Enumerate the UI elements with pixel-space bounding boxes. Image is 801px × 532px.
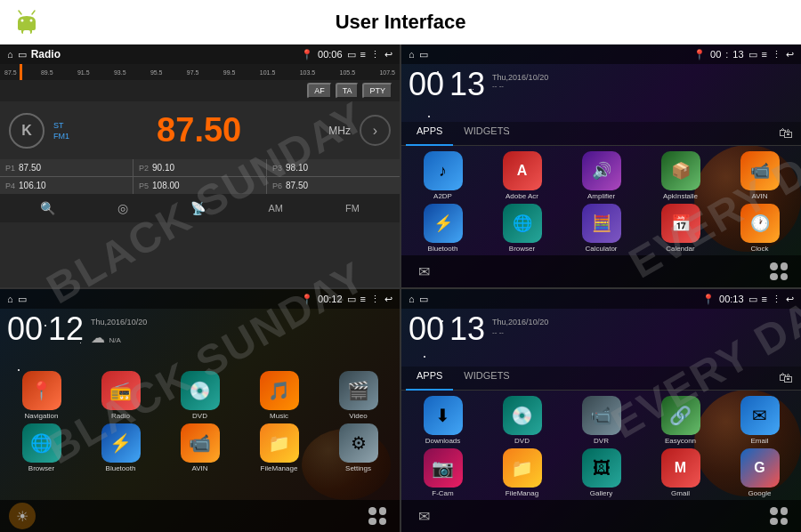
app-calculator[interactable]: 🧮 Calculator	[563, 204, 639, 253]
adobe-symbol: A	[517, 163, 528, 179]
screen-icon: ▭	[18, 294, 27, 305]
nav-apps-icon-bottom[interactable]	[765, 503, 792, 529]
app-a2dp[interactable]: ♪ A2DP	[405, 151, 481, 200]
tab-apps-top[interactable]: APPS	[406, 122, 453, 145]
fcam-symbol: 📷	[432, 457, 454, 479]
app-adobe[interactable]: A Adobe Acr	[484, 151, 560, 200]
radio-next-button[interactable]: ›	[360, 115, 391, 146]
app-apk[interactable]: 📦 ApkInstalle	[643, 151, 718, 200]
home-icon[interactable]: ⌂	[7, 49, 13, 60]
app-navigation[interactable]: 📍 Navigation	[4, 371, 79, 420]
browser-icon: 🌐	[503, 204, 542, 243]
tab-widgets-bottom[interactable]: WIDGETS	[453, 367, 520, 390]
dvd-symbol: 💿	[189, 380, 211, 401]
dot3	[770, 518, 778, 526]
dvr-icon: 📹	[582, 396, 621, 435]
app-radio-home[interactable]: 📻 Radio	[83, 371, 158, 420]
app-filemanager[interactable]: 📁 FileManage	[241, 423, 317, 472]
dvd-bottom-label: DVD	[514, 437, 530, 445]
bottom-nav-home: ☀	[0, 500, 400, 532]
pty-button[interactable]: PTY	[362, 83, 392, 99]
antenna-button[interactable]: 📡	[183, 199, 213, 217]
ta-button[interactable]: TA	[336, 83, 360, 99]
dot1	[770, 507, 778, 515]
app-bluetooth[interactable]: ⚡ Bluetooth	[405, 204, 481, 253]
app-avin-home[interactable]: 📹 AVIN	[162, 423, 238, 472]
home-icon[interactable]: ⌂	[409, 49, 415, 60]
menu-icon[interactable]: ⋮	[370, 49, 380, 60]
app-browser-home[interactable]: 🌐 Browser	[4, 423, 79, 472]
app-dvr[interactable]: 📹 DVR	[563, 396, 639, 445]
page-title: User Interface	[336, 11, 466, 34]
home-icon[interactable]: ⌂	[7, 294, 13, 304]
bottom-nav-top-right: ✉	[401, 255, 801, 287]
app-easyconn[interactable]: 🔗 Easyconn	[643, 396, 718, 445]
browser-home-label: Browser	[28, 464, 54, 472]
preset-p1[interactable]: P1 87.50	[0, 159, 133, 176]
music-label: Music	[270, 412, 288, 420]
browser-home-icon: 🌐	[22, 423, 61, 463]
clock-area-top: 00 13 Thu,2016/10/20 -- --	[401, 64, 801, 122]
bottom-date-area: Thu,2016/10/20 -- --	[492, 313, 548, 341]
menu-icon[interactable]: ⋮	[772, 294, 781, 305]
tab-widgets-top[interactable]: WIDGETS	[453, 122, 520, 145]
home-sun-icon[interactable]: ☀	[9, 503, 36, 529]
home-dots	[368, 507, 386, 525]
app-amplifier[interactable]: 🔊 Amplifier	[563, 151, 639, 200]
store-icon-bottom[interactable]: 🛍	[775, 367, 797, 390]
app-dvd-home[interactable]: 💿 DVD	[162, 371, 238, 420]
af-button[interactable]: AF	[307, 83, 332, 99]
app-downloads[interactable]: ⬇ Downloads	[405, 396, 481, 445]
back-icon[interactable]: ↩	[384, 294, 392, 305]
app-music[interactable]: 🎵 Music	[241, 371, 317, 420]
menu-icon[interactable]: ⋮	[370, 294, 380, 305]
navigation-symbol: 📍	[30, 380, 53, 401]
app-gmail[interactable]: M Gmail	[643, 448, 718, 497]
music-symbol: 🎵	[268, 380, 290, 401]
radio-k-button[interactable]: K	[9, 113, 44, 149]
nav-message-icon[interactable]: ✉	[410, 258, 437, 285]
preset-p6[interactable]: P6 87.50	[267, 177, 400, 194]
app-avin[interactable]: 📹 AVIN	[722, 151, 797, 200]
weather-na: -- --	[492, 82, 548, 90]
menu-icon[interactable]: ⋮	[772, 49, 781, 60]
app-filemanag[interactable]: 📁 FileManag	[484, 448, 560, 497]
app-clock[interactable]: 🕐 Clock	[722, 204, 797, 253]
back-icon[interactable]: ↩	[786, 294, 794, 305]
fm-button[interactable]: FM	[338, 201, 367, 215]
nav-apps-icon[interactable]	[765, 258, 792, 285]
screen-icon: ▭	[419, 294, 428, 305]
search-button[interactable]: 🔍	[33, 199, 62, 217]
back-icon[interactable]: ↩	[384, 49, 392, 60]
dvd-home-icon: 💿	[181, 371, 220, 410]
preset-p4[interactable]: P4 106.10	[0, 177, 133, 194]
preset-p3[interactable]: P3 98.10	[267, 159, 400, 176]
app-settings[interactable]: ⚙ Settings	[320, 423, 396, 472]
dot2	[781, 262, 789, 270]
app-google[interactable]: G Google	[722, 448, 797, 497]
store-icon[interactable]: 🛍	[775, 122, 797, 145]
app-browser[interactable]: 🌐 Browser	[484, 204, 560, 253]
app-email[interactable]: ✉ Email	[722, 396, 797, 445]
home-date-area: Thu,2016/10/20 ☁ N/A	[91, 313, 147, 351]
back-icon[interactable]: ↩	[786, 49, 794, 60]
eq-button[interactable]: ◎	[110, 199, 135, 217]
app-fcam[interactable]: 📷 F-Cam	[405, 448, 481, 497]
tab-apps-bottom[interactable]: APPS	[406, 367, 453, 390]
nav-msg-icon-bottom[interactable]: ✉	[410, 503, 437, 529]
dvr-symbol: 📹	[590, 405, 612, 426]
app-gallery[interactable]: 🖼 Gallery	[563, 448, 639, 497]
am-button[interactable]: AM	[261, 201, 290, 215]
app-bluetooth-home[interactable]: ⚡ Bluetooth	[83, 423, 158, 472]
home-icon[interactable]: ⌂	[409, 294, 415, 304]
app-dvd-bottom[interactable]: 💿 DVD	[484, 396, 560, 445]
app-video[interactable]: 🎬 Video	[320, 371, 396, 420]
status-left: ⌂ ▭	[409, 294, 428, 305]
home-clock-mins: 12	[48, 313, 84, 345]
filemanag-icon: 📁	[503, 448, 542, 488]
preset-p5[interactable]: P5 108.00	[134, 177, 266, 194]
preset-p2[interactable]: P2 90.10	[134, 159, 266, 176]
app-calendar[interactable]: 📅 Calendar	[643, 204, 718, 253]
status-right: 📍 00:13 ▭ ≡ ⋮ ↩	[693, 49, 794, 60]
home-apps-icon[interactable]	[364, 503, 391, 529]
